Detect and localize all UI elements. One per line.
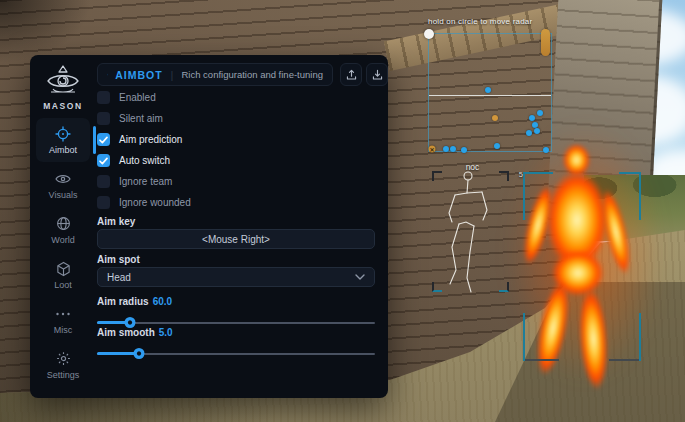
checkbox-row-aim-prediction[interactable]: Aim prediction [97,129,347,150]
radar-marker-capsule [541,29,550,56]
cloud [645,150,685,195]
sidebar-item-loot[interactable]: Loot [36,253,90,297]
radar-line [429,95,551,96]
checkbox-auto-switch[interactable] [97,154,110,167]
aim-spot-value: Head [107,272,131,283]
player-chams [522,138,648,368]
chams-glow [508,124,662,382]
checkbox-row-ignore-wounded[interactable]: Ignore wounded [97,192,347,213]
cloud [600,75,685,145]
globe-icon [56,215,71,232]
dots-icon [55,305,71,322]
chams-left-arm [518,183,557,267]
checkbox-row-ignore-team[interactable]: Ignore team [97,171,347,192]
chams-torso [546,170,608,270]
sidebar-item-misc[interactable]: Misc [36,298,90,342]
crosshair-icon [55,125,71,142]
radar-blip-blue [461,147,467,153]
chams-left-leg [531,278,575,377]
radar-blip-blue [450,146,456,152]
aim-smooth-field: Aim smooth5.0 [97,322,375,359]
sidebar-item-aimbot[interactable]: Aimbot [36,118,90,162]
radar-blip-blue [543,147,549,153]
menu-content: AIMBOT | Rich configuration and fine-tun… [96,55,388,398]
aim-spot-label: Aim spot [97,254,140,265]
radar-blip-blue [494,143,500,149]
sidebar: MASON AimbotVisualsWorldLootMiscSettings [30,55,96,398]
aim-smooth-label: Aim smooth [97,327,155,338]
export-config-button[interactable] [340,63,362,86]
radar-hint: hold on circle to move radar [428,17,628,26]
sidebar-item-settings[interactable]: Settings [36,343,90,387]
upload-icon [345,68,358,81]
aim-spot-select[interactable]: Head [97,267,375,287]
checkbox-enabled[interactable] [97,91,110,104]
skeleton-lines [430,163,515,298]
aim-key-value: <Mouse Right> [202,234,270,245]
gear-icon [56,350,71,367]
chams-right-leg [576,287,610,391]
skeleton-esp: noc 5 [430,163,515,298]
chams-head [563,144,590,176]
radar-blip-dead [429,146,436,153]
esp-distance: 5 [519,170,523,179]
cheat-menu-panel: MASON AimbotVisualsWorldLootMiscSettings… [30,55,388,398]
checkbox-aim-prediction[interactable] [97,133,110,146]
import-config-button[interactable] [366,63,388,86]
aim-radius-value: 60.0 [153,296,172,307]
download-icon [371,68,384,81]
radar [428,33,552,152]
chevron-down-icon [355,274,365,280]
radar-blip-blue [529,115,535,121]
section-subtitle: Rich configuration and fine-tuning [181,69,323,80]
radar-blip-orange [492,115,498,121]
aim-smooth-value: 5.0 [159,327,173,338]
game-screen: noc 5 hold on circle to move radar [0,0,685,422]
checkbox-ignore-team[interactable] [97,175,110,188]
checkbox-ignore-wounded[interactable] [97,196,110,209]
ground-shadow [495,282,685,422]
esp-player-name: noc [466,162,480,172]
aim-smooth-slider[interactable] [97,348,375,359]
aim-key-label: Aim key [97,216,135,227]
checkbox-silent-aim[interactable] [97,112,110,125]
aim-smooth-slider-handle[interactable] [133,348,144,359]
eye-icon [55,170,71,187]
radar-blip-blue [537,110,543,116]
checkbox-row-enabled[interactable]: Enabled [97,87,347,108]
sidebar-item-world[interactable]: World [36,208,90,252]
radar-blip-blue [443,146,449,152]
sidebar-item-visuals[interactable]: Visuals [36,163,90,207]
aim-radius-label: Aim radius [97,296,149,307]
checkbox-row-auto-switch[interactable]: Auto switch [97,150,347,171]
header-separator: | [171,69,174,81]
radar-blip-blue [485,87,491,93]
chams-hips [552,250,604,296]
esp-bracket [432,171,509,292]
spinner-ring-icon [107,68,108,81]
esp-box [523,172,641,361]
brand: MASON [43,55,83,111]
section-header: AIMBOT | Rich configuration and fine-tun… [97,63,333,86]
box-icon [56,260,71,277]
section-title: AIMBOT [115,69,162,81]
aim-key-button[interactable]: <Mouse Right> [97,229,375,249]
radar-drag-handle[interactable] [424,29,434,39]
chams-right-arm [596,187,635,277]
checkbox-row-silent-aim[interactable]: Silent aim [97,108,347,129]
mason-logo-icon [45,64,81,98]
radar-blip-blue [534,128,540,134]
radar-blip-blue [526,130,532,136]
brand-label: MASON [43,101,83,111]
